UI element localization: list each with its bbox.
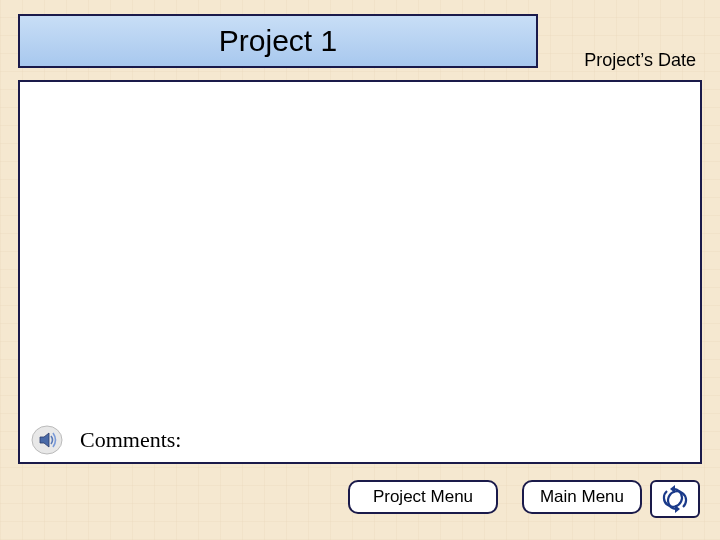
project-date-label: Project’s Date (584, 50, 696, 71)
main-menu-button[interactable]: Main Menu (522, 480, 642, 514)
title-bar: Project 1 (18, 14, 538, 68)
content-frame: Comments: (18, 80, 702, 464)
project-menu-button[interactable]: Project Menu (348, 480, 498, 514)
refresh-button[interactable] (650, 480, 700, 518)
refresh-icon (658, 485, 692, 513)
project-menu-label: Project Menu (373, 487, 473, 507)
comments-label: Comments: (80, 427, 181, 453)
project-title: Project 1 (219, 24, 337, 58)
comments-row: Comments: (20, 418, 700, 462)
main-menu-label: Main Menu (540, 487, 624, 507)
sound-icon[interactable] (28, 421, 66, 459)
